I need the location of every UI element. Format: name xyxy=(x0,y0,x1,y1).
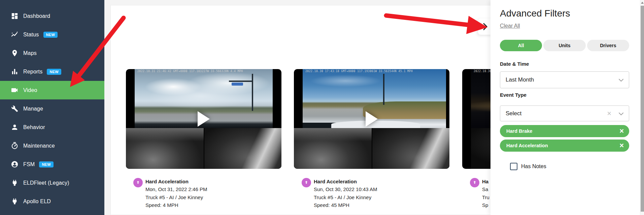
selected-filter-hard-acceleration: Hard Acceleration × xyxy=(500,140,629,152)
date-time-value: Last Month xyxy=(506,76,619,83)
wrench-icon xyxy=(10,105,19,113)
advanced-filters-panel: Advanced Filters Clear All All Units Dri… xyxy=(490,0,640,215)
event-speed: Speed: 4 MPH xyxy=(145,201,207,209)
event-unit-driver: Truck #5 - AI / Joe Kinney xyxy=(145,193,207,201)
person-icon xyxy=(10,123,19,131)
hard-acceleration-icon xyxy=(470,178,479,187)
clear-selection-icon[interactable]: × xyxy=(607,110,611,117)
street-sign xyxy=(232,83,243,86)
reports-bar-chart-icon xyxy=(10,68,19,76)
segment-drivers[interactable]: Drivers xyxy=(587,40,629,51)
remove-chip-icon[interactable]: × xyxy=(619,127,624,135)
play-button[interactable] xyxy=(366,111,378,127)
panel-collapse-button[interactable] xyxy=(478,19,492,35)
cabin-view-left xyxy=(294,128,372,169)
hard-acceleration-icon xyxy=(302,178,311,187)
event-type: Ha xyxy=(482,178,489,185)
sidebar-item-label: Manage xyxy=(23,106,43,112)
dashcam-osd-text: 2022.10.31 21:46:42 GMT+0000 117.103227W… xyxy=(137,70,280,73)
chevron-right-icon xyxy=(483,23,487,30)
sidebar-item-status[interactable]: Status NEW xyxy=(0,25,104,44)
sidebar-item-dashboard[interactable]: Dashboard xyxy=(0,7,104,25)
status-icon xyxy=(10,31,19,39)
scrollbar-thumb[interactable] xyxy=(641,6,644,212)
sidebar-item-label: Apollo ELD xyxy=(23,198,51,205)
plug-icon xyxy=(10,179,19,187)
selected-filter-hard-brake: Hard Brake × xyxy=(500,125,629,137)
cabin-view-right xyxy=(204,128,281,169)
new-badge: NEW xyxy=(39,161,54,167)
event-speed: Sp xyxy=(482,201,489,209)
chevron-down-icon xyxy=(619,110,623,117)
scrollbar-up-arrow[interactable] xyxy=(641,2,644,4)
account-circle-icon xyxy=(10,160,19,168)
cabin-camera-views xyxy=(126,128,281,169)
event-details: Ha Sa Tru Sp xyxy=(482,178,489,209)
dashboard-icon xyxy=(10,12,19,20)
sidebar-item-label: Dashboard xyxy=(23,13,50,19)
sidebar-item-label: FSM xyxy=(23,161,35,167)
traffic-pole-arm xyxy=(229,81,252,82)
sidebar-item-fsm[interactable]: FSM NEW xyxy=(0,155,104,174)
cabin-camera-views xyxy=(294,128,449,169)
sidebar-item-behavior[interactable]: Behavior xyxy=(0,118,104,136)
has-notes-checkbox[interactable] xyxy=(510,163,517,170)
video-events-page: Dashboard Status NEW Maps Reports NEW Vi… xyxy=(0,0,644,215)
maps-pin-icon xyxy=(10,49,19,57)
sidebar-item-label: Video xyxy=(23,87,37,93)
event-details: Hard Acceleration Sun, Oct 30, 2022 10:4… xyxy=(314,178,377,209)
sidebar-item-label: Status xyxy=(23,32,39,38)
event-speed: Speed: 45 MPH xyxy=(314,201,377,209)
event-unit-driver: Tru xyxy=(482,193,489,201)
video-thumbnail-2[interactable]: 2022.10.30 17:43:18 GMT+0000 117.193061W… xyxy=(294,69,449,169)
sidebar: Dashboard Status NEW Maps Reports NEW Vi… xyxy=(0,0,104,215)
segment-units[interactable]: Units xyxy=(543,40,585,51)
dashcam-osd-text: 2022.10.30 17:43:18 GMT+0000 117.193061W… xyxy=(305,70,448,73)
sidebar-item-apollo-eld[interactable]: Apollo ELD xyxy=(0,192,104,211)
event-type-label: Event Type xyxy=(500,92,527,98)
event-datetime: Sa xyxy=(482,185,489,193)
new-badge: NEW xyxy=(47,69,61,75)
has-notes-option: Has Notes xyxy=(510,163,546,170)
event-type: Hard Acceleration xyxy=(145,178,207,185)
new-badge: NEW xyxy=(43,32,58,38)
remove-chip-icon[interactable]: × xyxy=(619,142,624,149)
sidebar-item-maps[interactable]: Maps xyxy=(0,44,104,62)
video-thumbnail-1[interactable]: 2022.10.31 21:46:42 GMT+0000 117.103227W… xyxy=(126,69,281,169)
scope-segmented-control: All Units Drivers xyxy=(500,40,629,51)
event-type: Hard Acceleration xyxy=(314,178,377,185)
filter-chip-label: Hard Brake xyxy=(506,128,619,134)
play-button[interactable] xyxy=(198,111,210,127)
sidebar-item-label: Maps xyxy=(23,50,37,56)
date-time-select[interactable]: Last Month xyxy=(500,71,629,88)
sidebar-item-maintenance[interactable]: Maintenance xyxy=(0,136,104,155)
lamp-pole xyxy=(383,74,384,105)
cabin-view-right xyxy=(372,128,449,169)
sidebar-item-video[interactable]: Video xyxy=(0,81,104,99)
plug-icon xyxy=(10,197,19,206)
sidebar-item-reports[interactable]: Reports NEW xyxy=(0,62,104,81)
filter-chip-label: Hard Acceleration xyxy=(506,143,619,148)
gauge-icon xyxy=(10,142,19,150)
sidebar-item-label: Reports xyxy=(23,69,42,75)
window-scrollbar[interactable] xyxy=(640,0,644,215)
video-camera-icon xyxy=(10,86,19,94)
sidebar-item-eldfleet-legacy[interactable]: ELDFleet (Legacy) xyxy=(0,174,104,192)
event-type-select[interactable]: Select × xyxy=(500,105,629,121)
event-unit-driver: Truck #5 - AI / Joe Kinney xyxy=(314,193,377,201)
hard-acceleration-icon xyxy=(133,178,143,187)
panel-title: Advanced Filters xyxy=(500,8,570,19)
cabin-view-left xyxy=(126,128,204,169)
segment-all[interactable]: All xyxy=(500,40,542,51)
sidebar-item-label: ELDFleet (Legacy) xyxy=(23,180,69,186)
chevron-down-icon xyxy=(619,76,623,83)
date-time-label: Date & Time xyxy=(500,61,529,67)
event-datetime: Mon, Oct 31, 2022 2:46 PM xyxy=(145,185,207,193)
sidebar-item-manage[interactable]: Manage xyxy=(0,99,104,118)
sidebar-item-label: Behavior xyxy=(23,124,45,130)
traffic-pole xyxy=(252,74,253,111)
has-notes-label: Has Notes xyxy=(521,163,546,170)
clear-all-link[interactable]: Clear All xyxy=(500,23,520,29)
event-type-placeholder: Select xyxy=(506,110,607,117)
sidebar-item-label: Maintenance xyxy=(23,143,55,149)
